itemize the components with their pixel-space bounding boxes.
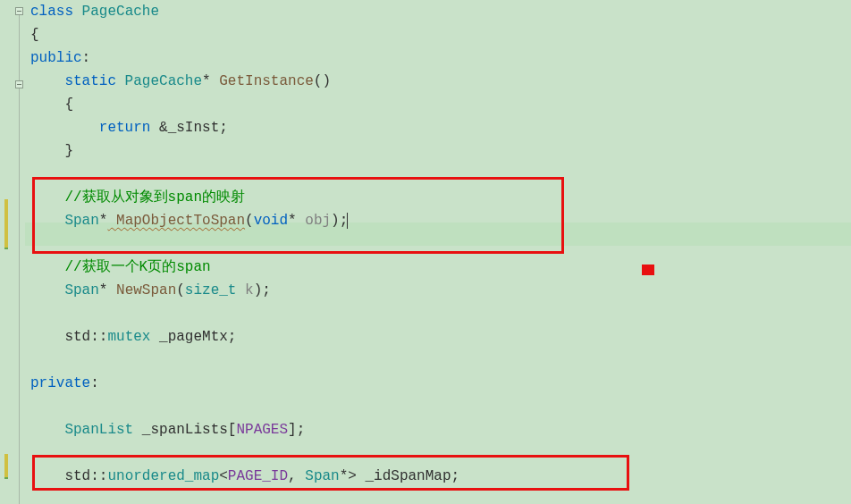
code-editor[interactable]: class PageCache { public: static PageCac… <box>0 0 851 504</box>
text-cursor <box>347 213 348 229</box>
annotation-square <box>642 265 654 275</box>
change-marker <box>4 477 8 479</box>
code-line: Span* MapObjectToSpan(void* obj); <box>30 209 851 232</box>
code-line: static PageCache* GetInstance() <box>30 70 851 93</box>
code-line: Span* NewSpan(size_t k); <box>30 279 851 302</box>
fold-icon[interactable] <box>15 7 23 15</box>
code-line: class PageCache <box>30 0 851 23</box>
code-line <box>30 395 851 418</box>
code-line: return &_sInst; <box>30 116 851 139</box>
code-line: std::mutex _pageMtx; <box>30 325 851 349</box>
code-line: private: <box>30 372 851 395</box>
code-line <box>30 163 851 186</box>
code-line: SpanList _spanLists[NPAGES]; <box>30 418 851 441</box>
code-line: } <box>30 139 851 163</box>
code-line: //获取从对象到span的映射 <box>30 186 851 209</box>
change-marker <box>4 248 8 249</box>
code-line <box>30 302 851 325</box>
gutter <box>0 0 25 504</box>
change-marker <box>4 199 8 248</box>
code-line <box>30 349 851 372</box>
code-line: public: <box>30 46 851 70</box>
code-line: std::unordered_map<PAGE_ID, Span*> _idSp… <box>30 465 851 488</box>
code-line: { <box>30 23 851 46</box>
code-line <box>30 441 851 465</box>
code-line: //获取一个K页的span <box>30 256 851 279</box>
code-area[interactable]: class PageCache { public: static PageCac… <box>25 0 851 504</box>
change-marker <box>4 454 8 477</box>
fold-icon[interactable] <box>15 80 23 88</box>
code-line <box>30 232 851 256</box>
code-line: { <box>30 93 851 116</box>
